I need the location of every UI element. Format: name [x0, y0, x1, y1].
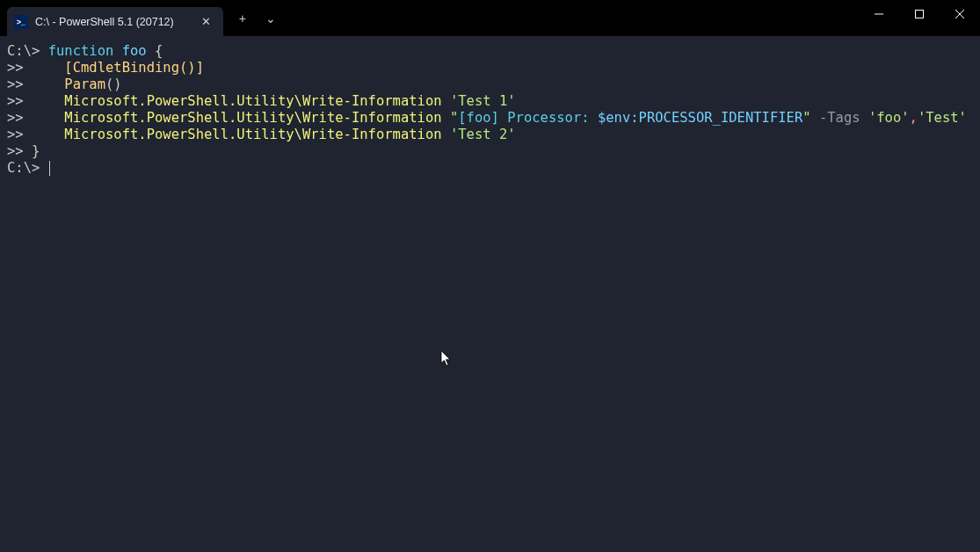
terminal-text: Microsoft.PowerShell.Utility\Write-Infor…: [64, 127, 441, 142]
terminal-text: Param: [64, 76, 105, 92]
terminal-text: [811, 110, 819, 126]
terminal-text: >>: [7, 76, 64, 92]
close-icon: [955, 10, 964, 18]
terminal-text: [442, 127, 450, 142]
terminal-text: 'Test': [918, 110, 967, 126]
terminal-text: (): [105, 76, 122, 92]
terminal-line: >> Param(): [7, 76, 980, 93]
terminal-text: [foo] Processor:: [458, 110, 598, 126]
terminal-text: ": [802, 110, 810, 126]
terminal-text: 'foo': [868, 110, 910, 126]
tab-dropdown-button[interactable]: ⌄: [257, 4, 285, 33]
terminal-text: foo: [122, 43, 147, 59]
terminal-text: [CmdletBinding()]: [64, 60, 204, 76]
terminal-text: [113, 43, 121, 59]
terminal-line: C:\>: [7, 160, 980, 177]
terminal-text: ,: [910, 110, 918, 126]
terminal-text: $env:PROCESSOR_IDENTIFIER: [598, 110, 802, 126]
terminal-line: >> [CmdletBinding()]: [7, 60, 980, 76]
terminal-text: C:\>: [7, 160, 48, 176]
terminal-text: function: [48, 43, 114, 59]
close-tab-button[interactable]: ✕: [199, 14, 214, 30]
terminal-text: >>: [7, 127, 64, 142]
maximize-icon: [915, 10, 924, 18]
terminal-tab[interactable]: >_ C:\ - PowerShell 5.1 (20712) ✕: [7, 7, 223, 36]
text-cursor: [49, 161, 50, 176]
terminal-line: >> }: [7, 143, 980, 160]
svg-rect-0: [916, 11, 924, 18]
terminal-line: >> Microsoft.PowerShell.Utility\Write-In…: [7, 110, 980, 127]
terminal-text: [860, 110, 868, 126]
titlebar: >_ C:\ - PowerShell 5.1 (20712) ✕ + ⌄: [0, 0, 980, 36]
terminal-text: >>: [7, 93, 64, 109]
terminal-line: >> Microsoft.PowerShell.Utility\Write-In…: [7, 127, 980, 143]
new-tab-button[interactable]: +: [229, 4, 257, 33]
powershell-icon: >_: [14, 15, 28, 29]
terminal-surface[interactable]: C:\> function foo {>> [CmdletBinding()]>…: [0, 36, 980, 552]
terminal-text: 'Test 1': [450, 93, 516, 109]
minimize-icon: [875, 10, 883, 18]
terminal-line: >> Microsoft.PowerShell.Utility\Write-In…: [7, 93, 980, 110]
terminal-text: [442, 110, 450, 126]
window-controls: [859, 0, 980, 28]
tab-title: C:\ - PowerShell 5.1 (20712): [35, 16, 192, 28]
close-window-button[interactable]: [940, 0, 980, 28]
minimize-button[interactable]: [859, 0, 899, 28]
terminal-text: -Tags: [819, 110, 860, 126]
terminal-line: C:\> function foo {: [7, 43, 980, 60]
terminal-text: [442, 93, 450, 109]
terminal-text: Microsoft.PowerShell.Utility\Write-Infor…: [64, 93, 441, 109]
terminal-text: >> }: [7, 143, 40, 159]
terminal-text: C:\>: [7, 43, 48, 59]
tab-actions: + ⌄: [229, 0, 285, 36]
terminal-text: Microsoft.PowerShell.Utility\Write-Infor…: [64, 110, 441, 126]
terminal-text: {: [147, 43, 163, 59]
terminal-text: 'Test 2': [450, 127, 516, 142]
mouse-cursor-icon: [440, 350, 453, 367]
terminal-text: >>: [7, 60, 64, 76]
maximize-button[interactable]: [899, 0, 940, 28]
terminal-text: >>: [7, 110, 64, 126]
terminal-text: ": [450, 110, 458, 126]
